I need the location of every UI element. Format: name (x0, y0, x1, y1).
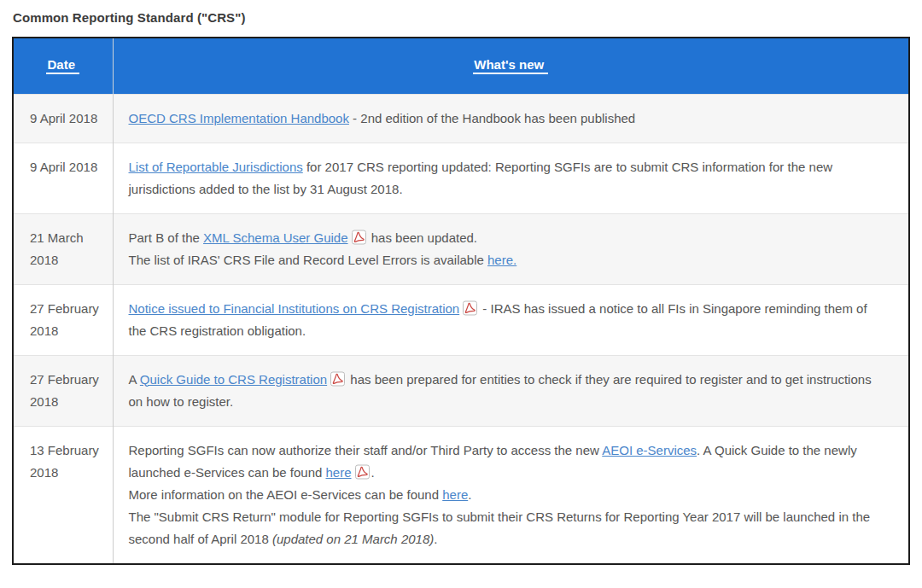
link[interactable]: OECD CRS Implementation Handbook (129, 111, 349, 125)
table-row: 9 April 2018OECD CRS Implementation Hand… (13, 94, 909, 143)
link[interactable]: here (325, 465, 351, 480)
link[interactable]: Notice issued to Financial Institutions … (129, 301, 460, 316)
whats-new-cell: Part B of the XML Schema User Guide has … (113, 213, 909, 284)
pdf-icon[interactable] (352, 230, 366, 245)
whats-new-cell: Notice issued to Financial Institutions … (113, 284, 909, 355)
column-header-date-label[interactable]: Date (46, 57, 79, 74)
page-title: Common Reporting Standard ("CRS") (13, 10, 910, 25)
link[interactable]: here (442, 487, 468, 502)
pdf-icon[interactable] (330, 371, 345, 387)
paragraph: The list of IRAS' CRS File and Record Le… (129, 249, 887, 271)
paragraph: More information on the AEOI e-Services … (129, 484, 887, 506)
page: Common Reporting Standard ("CRS") Date W… (0, 0, 922, 565)
whats-new-cell: A Quick Guide to CRS Registration has be… (113, 355, 909, 426)
link[interactable]: Quick Guide to CRS Registration (140, 372, 327, 387)
column-header-date[interactable]: Date (13, 38, 113, 94)
whats-new-cell: List of Reportable Jurisdictions for 201… (113, 143, 909, 213)
whats-new-cell: Reporting SGFIs can now authorize their … (113, 426, 909, 564)
crs-whats-new-table: Date What's new 9 April 2018OECD CRS Imp… (12, 37, 910, 565)
paragraph: OECD CRS Implementation Handbook - 2nd e… (129, 108, 887, 130)
pdf-icon[interactable] (463, 300, 477, 316)
column-header-whats-new[interactable]: What's new (113, 38, 909, 94)
table-header-row: Date What's new (13, 38, 909, 94)
paragraph: Part B of the XML Schema User Guide has … (129, 227, 887, 249)
paragraph: List of Reportable Jurisdictions for 201… (129, 156, 887, 201)
table-row: 27 February 2018Notice issued to Financi… (13, 284, 909, 355)
table-body: 9 April 2018OECD CRS Implementation Hand… (13, 94, 909, 564)
table-row: 9 April 2018List of Reportable Jurisdict… (13, 143, 909, 213)
column-header-whats-new-label[interactable]: What's new (473, 57, 548, 74)
whats-new-cell: OECD CRS Implementation Handbook - 2nd e… (113, 94, 909, 143)
paragraph: Reporting SGFIs can now authorize their … (129, 440, 887, 484)
link[interactable]: XML Schema User Guide (203, 230, 348, 245)
date-cell: 27 February 2018 (13, 284, 113, 355)
date-cell: 27 February 2018 (13, 355, 113, 426)
table-row: 13 February 2018Reporting SGFIs can now … (13, 426, 909, 564)
date-cell: 9 April 2018 (13, 94, 113, 143)
date-cell: 21 March 2018 (13, 213, 113, 284)
link[interactable]: List of Reportable Jurisdictions (129, 160, 303, 174)
paragraph: Notice issued to Financial Institutions … (129, 298, 887, 342)
table-row: 27 February 2018A Quick Guide to CRS Reg… (13, 355, 909, 426)
pdf-icon[interactable] (355, 464, 370, 480)
date-cell: 13 February 2018 (13, 426, 113, 564)
date-cell: 9 April 2018 (13, 143, 113, 213)
paragraph: The "Submit CRS Return" module for Repor… (129, 506, 887, 550)
link[interactable]: AEOI e-Services (602, 443, 697, 457)
italic-note: (updated on 21 March 2018) (272, 532, 434, 546)
link[interactable]: here. (487, 253, 516, 267)
paragraph: A Quick Guide to CRS Registration has be… (129, 369, 887, 413)
table-row: 21 March 2018Part B of the XML Schema Us… (13, 213, 909, 284)
